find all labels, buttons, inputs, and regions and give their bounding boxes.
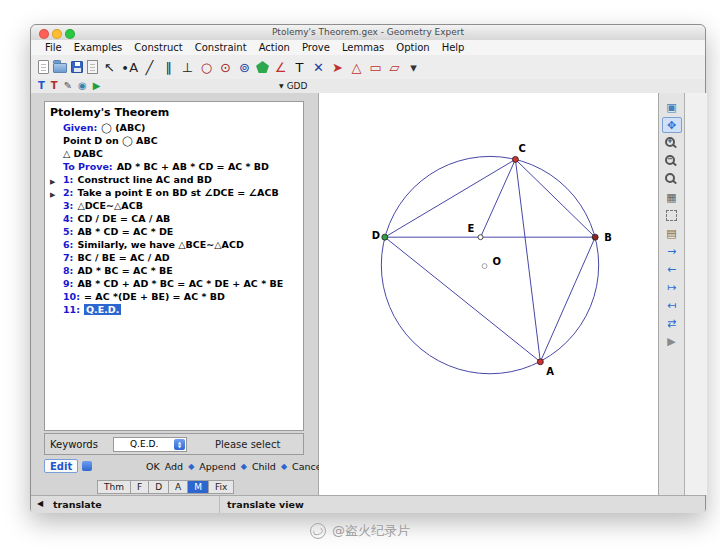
proof-line[interactable]: 6:Similarly, we have △BCE∼△ACD xyxy=(50,238,298,251)
last-step-icon[interactable]: ↦ xyxy=(662,279,682,295)
child-button[interactable]: Child xyxy=(252,461,276,472)
next-step-icon[interactable]: → xyxy=(662,243,682,259)
segment-AB[interactable] xyxy=(540,237,595,362)
menu-help[interactable]: Help xyxy=(436,40,471,55)
circumcircle[interactable] xyxy=(381,156,598,373)
menu-option[interactable]: Option xyxy=(390,40,435,55)
tab-thm[interactable]: Thm xyxy=(97,480,131,494)
geometry-canvas[interactable]: ABCDEO xyxy=(319,93,659,495)
save-icon[interactable] xyxy=(71,61,83,73)
gdd-dropdown[interactable]: ▼GDD xyxy=(279,79,307,93)
triangle-tool-icon[interactable]: △ xyxy=(349,61,364,74)
new-file-icon[interactable] xyxy=(38,60,49,74)
move-view-icon[interactable]: ✥ xyxy=(662,117,682,133)
grid-icon[interactable]: ▦ xyxy=(662,189,682,205)
add-toggle-icon[interactable]: ◆ xyxy=(188,463,194,471)
zoom-out-icon[interactable]: − xyxy=(662,153,682,169)
proof-line[interactable]: 5:AB * CD = AC * DE xyxy=(50,225,298,238)
run-icon[interactable]: ▶ xyxy=(93,79,101,93)
point-D[interactable] xyxy=(382,234,388,240)
globe-icon[interactable]: ◉ xyxy=(78,79,87,93)
proof-line[interactable]: △ DABC xyxy=(50,147,298,160)
proof-line[interactable]: 3:△DCE∼△ACB xyxy=(50,199,298,212)
perpendicular-tool-icon[interactable]: ⊥ xyxy=(180,61,195,74)
tab-m[interactable]: M xyxy=(188,480,209,494)
point-tool-icon[interactable]: ∙A xyxy=(121,61,138,74)
parallel-tool-icon[interactable]: ∥ xyxy=(161,61,176,74)
combo-stepper-icon[interactable]: ▲▼ xyxy=(174,439,185,450)
construction-steps-icon[interactable]: ▤ xyxy=(662,225,682,241)
menu-constraint[interactable]: Constraint xyxy=(189,40,253,55)
intersection-tool-icon[interactable]: ✕ xyxy=(311,61,326,74)
ok-button[interactable]: OK xyxy=(146,461,160,472)
text-style-icon[interactable]: T xyxy=(38,79,45,93)
first-step-icon[interactable]: ↤ xyxy=(662,297,682,313)
proof-line[interactable]: ▶1:Construct line AC and BD xyxy=(50,173,298,186)
segment-CB[interactable] xyxy=(515,159,595,237)
print-preview-icon[interactable] xyxy=(87,60,98,74)
proof-line[interactable]: 11:Q.E.D. xyxy=(50,303,298,316)
point-C[interactable] xyxy=(512,156,518,162)
angle-tool-icon[interactable]: ∠ xyxy=(273,61,288,74)
proof-line[interactable]: Point D on ◯ ABC xyxy=(50,134,298,147)
play-icon[interactable]: ▶ xyxy=(662,333,682,349)
menu-prove[interactable]: Prove xyxy=(296,40,336,55)
magnifier-icon[interactable] xyxy=(662,171,682,187)
menu-lemmas[interactable]: Lemmas xyxy=(336,40,390,55)
append-button[interactable]: Append xyxy=(199,461,235,472)
append-toggle-icon[interactable]: ◆ xyxy=(241,463,247,471)
circle-center-point-tool-icon[interactable]: ⊙ xyxy=(218,61,233,74)
point-E[interactable] xyxy=(478,235,483,240)
proof-text-area[interactable]: Ptolemy's Theorem Given:◯ (ABC)Point D o… xyxy=(44,101,304,431)
proof-line[interactable]: 8:AD * BC = AC * BE xyxy=(50,264,298,277)
keywords-combo[interactable]: Q.E.D. ▲▼ xyxy=(113,437,187,452)
segment-DA[interactable] xyxy=(385,237,541,362)
proof-line[interactable]: Given:◯ (ABC) xyxy=(50,121,298,134)
menu-file[interactable]: File xyxy=(39,40,68,55)
selection-rect-icon[interactable] xyxy=(662,207,682,223)
vertical-scrollbar[interactable] xyxy=(685,93,707,495)
tab-fix[interactable]: Fix xyxy=(209,480,234,494)
titlebar[interactable]: Ptolemy's Theorem.gex - Geometry Expert xyxy=(31,25,705,41)
square-tool-icon[interactable]: ▭ xyxy=(368,61,383,74)
pencil-icon[interactable]: ✎ xyxy=(64,79,72,93)
scroll-left-icon[interactable]: ◀ xyxy=(37,500,43,508)
point-A[interactable] xyxy=(537,359,543,365)
pointer-panel-icon[interactable]: ▣ xyxy=(662,99,682,115)
proof-line[interactable]: To Prove:AD * BC + AB * CD = AC * BD xyxy=(50,160,298,173)
proof-line[interactable]: 4:CD / DE = CA / AB xyxy=(50,212,298,225)
segment-CE[interactable] xyxy=(481,159,516,237)
menu-examples[interactable]: Examples xyxy=(68,40,129,55)
tab-f[interactable]: F xyxy=(131,480,149,494)
polygon-tool-icon[interactable] xyxy=(256,61,269,73)
more-tools-dropdown-icon[interactable]: ▾ xyxy=(406,61,421,74)
select-tool-icon[interactable]: ↖ xyxy=(102,61,117,74)
circle-three-point-tool-icon[interactable]: ⊚ xyxy=(237,61,252,74)
child-toggle-icon[interactable]: ◆ xyxy=(281,463,287,471)
circle-tool-icon[interactable]: ○ xyxy=(199,61,214,74)
zoom-in-icon[interactable]: + xyxy=(662,135,682,151)
segment-CA[interactable] xyxy=(515,159,540,361)
menu-action[interactable]: Action xyxy=(253,40,296,55)
arrow-tool-icon[interactable]: ➤ xyxy=(330,61,345,74)
previous-step-icon[interactable]: ← xyxy=(662,261,682,277)
edit-stepper-icon[interactable] xyxy=(82,461,92,471)
proof-line[interactable]: 10:= AC *(DE + BE) = AC * BD xyxy=(50,290,298,303)
figure-svg[interactable]: ABCDEO xyxy=(319,93,658,495)
proof-line[interactable]: ▶2:Take a point E on BD st ∠DCE = ∠ACB xyxy=(50,186,298,199)
open-file-icon[interactable] xyxy=(53,63,67,73)
edit-button[interactable]: Edit xyxy=(44,459,78,473)
label-style-icon[interactable]: T xyxy=(51,79,58,93)
text-tool-icon[interactable]: T xyxy=(292,61,307,74)
line-tool-icon[interactable]: ╱ xyxy=(142,61,157,74)
tab-d[interactable]: D xyxy=(149,480,169,494)
proof-line[interactable]: 9:AB * CD + AD * BC = AC * DE + AC * BE xyxy=(50,277,298,290)
point-O[interactable] xyxy=(482,264,487,269)
point-B[interactable] xyxy=(592,234,598,240)
tab-a[interactable]: A xyxy=(169,480,188,494)
add-button[interactable]: Add xyxy=(165,461,183,472)
quadrilateral-tool-icon[interactable]: ▱ xyxy=(387,61,402,74)
menu-construct[interactable]: Construct xyxy=(128,40,188,55)
replay-icon[interactable]: ⇄ xyxy=(662,315,682,331)
proof-line[interactable]: 7:BC / BE = AC / AD xyxy=(50,251,298,264)
